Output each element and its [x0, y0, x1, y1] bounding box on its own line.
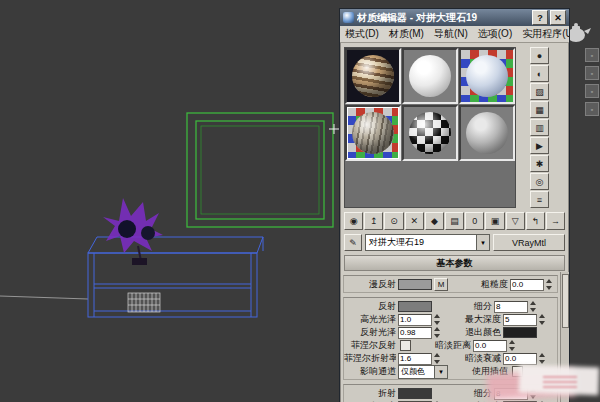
- subdivs-label: 细分: [436, 387, 492, 400]
- options-icon[interactable]: ✱: [530, 155, 549, 172]
- help-button[interactable]: ?: [532, 10, 548, 25]
- sample-slot-checker-sphere[interactable]: [402, 105, 458, 161]
- close-button[interactable]: ✕: [550, 10, 566, 25]
- select-by-material-icon[interactable]: ◎: [530, 173, 549, 190]
- menu-navigation[interactable]: 导航(N): [429, 27, 473, 41]
- spinner-up-icon: [530, 301, 536, 305]
- spinner-down-icon: [546, 286, 552, 290]
- material-editor-icon: [343, 12, 354, 23]
- go-forward-icon[interactable]: →: [546, 212, 565, 230]
- material-sphere: [352, 112, 394, 154]
- right-strip-icon[interactable]: ▫: [585, 102, 599, 116]
- fresnel-ior-field[interactable]: 1.6: [398, 353, 432, 365]
- spinner[interactable]: [433, 314, 441, 325]
- reflection-glossiness-field[interactable]: 0.98: [398, 327, 432, 339]
- sample-slot-area: ● ◐ ▨ ▦ ▥ ▶ ✱ ◎ ≡: [340, 43, 569, 210]
- param-row: 反射 细分 8: [344, 300, 557, 313]
- pick-material-icon[interactable]: ✎: [344, 234, 362, 251]
- menu-options[interactable]: 选项(O): [473, 27, 517, 41]
- param-row: 高光光泽 1.0 最大深度 5: [344, 313, 557, 326]
- reflection-glossiness-label: 反射光泽: [344, 326, 396, 339]
- material-toolbar: ◉ ↥ ⊙ ✕ ◆ ▤ 0 ▣ ▽ ↰ →: [340, 210, 569, 232]
- material-sphere: [466, 112, 508, 154]
- exit-color-label: 退出颜色: [445, 326, 501, 339]
- plant-object[interactable]: [103, 198, 163, 265]
- backlight-icon[interactable]: ◐: [530, 65, 549, 82]
- right-strip-icon[interactable]: ▫: [585, 66, 599, 80]
- spinner[interactable]: [508, 340, 516, 351]
- material-editor-window: 材质编辑器 - 对拼大理石19 ? ✕ 模式(D) 材质(M) 导航(N) 选项…: [339, 8, 570, 402]
- video-color-check-icon[interactable]: ▥: [530, 119, 549, 136]
- sample-type-icon[interactable]: ●: [530, 47, 549, 64]
- spinner-down-icon: [539, 321, 545, 325]
- cabinet-wireframe[interactable]: [88, 237, 263, 317]
- show-end-result-icon[interactable]: ▽: [506, 212, 525, 230]
- param-row: 反射光泽 0.98 退出颜色: [344, 326, 557, 339]
- show-in-viewport-icon[interactable]: ▣: [485, 212, 504, 230]
- spinner[interactable]: [538, 353, 546, 364]
- basket-wireframe[interactable]: [128, 293, 160, 312]
- sample-slot-stone-sphere-active[interactable]: [345, 105, 401, 161]
- roughness-label: 粗糙度: [452, 278, 508, 291]
- fresnel-reflection-label: 菲涅尔反射: [344, 339, 396, 352]
- spinner[interactable]: [529, 301, 537, 312]
- make-preview-icon[interactable]: ▶: [530, 137, 549, 154]
- material-sphere: [466, 55, 508, 97]
- diffuse-map-button[interactable]: M: [434, 278, 448, 291]
- reflection-label: 反射: [344, 300, 396, 313]
- right-strip-toolbar: ▫ ▫ ▫ ▫: [585, 48, 599, 116]
- sample-slot-vertical-toolbar: ● ◐ ▨ ▦ ▥ ▶ ✱ ◎ ≡: [530, 47, 549, 208]
- picture-frame-wireframe[interactable]: [187, 113, 333, 227]
- spinner-down-icon: [434, 334, 440, 338]
- background-icon[interactable]: ▨: [530, 83, 549, 100]
- highlight-glossiness-label: 高光光泽: [344, 313, 396, 326]
- sample-slot-white-sphere[interactable]: [402, 48, 458, 104]
- spinner[interactable]: [433, 327, 441, 338]
- sample-slot-blue-sphere[interactable]: [459, 48, 515, 104]
- make-unique-icon[interactable]: ◆: [425, 212, 444, 230]
- reflection-color-swatch[interactable]: [398, 301, 432, 312]
- material-name-dropdown[interactable]: 对拼大理石19 ▾: [365, 234, 490, 251]
- fresnel-reflection-checkbox[interactable]: [400, 340, 411, 351]
- reflection-exit-color-swatch[interactable]: [503, 327, 537, 338]
- reflection-subdivs-field[interactable]: 8: [494, 301, 528, 313]
- sample-tiling-icon[interactable]: ▦: [530, 101, 549, 118]
- right-strip-icon[interactable]: ▫: [585, 84, 599, 98]
- highlight-glossiness-field[interactable]: 1.0: [398, 314, 432, 326]
- subdivs-label: 细分: [436, 300, 492, 313]
- spinner[interactable]: [433, 353, 441, 364]
- go-to-parent-icon[interactable]: ↰: [526, 212, 545, 230]
- material-type-button[interactable]: VRayMtl: [493, 234, 565, 251]
- roughness-spinner[interactable]: [545, 279, 553, 290]
- refraction-color-swatch[interactable]: [398, 388, 432, 399]
- material-sphere: [409, 55, 451, 97]
- reset-map-icon[interactable]: ✕: [405, 212, 424, 230]
- dim-falloff-field[interactable]: 0.0: [503, 353, 537, 365]
- material-sphere: [409, 112, 451, 154]
- basic-parameters-rollout[interactable]: 基本参数: [344, 255, 565, 271]
- scrollbar-thumb[interactable]: [562, 274, 569, 328]
- menu-material[interactable]: 材质(M): [384, 27, 429, 41]
- material-sphere: [352, 55, 394, 97]
- affect-channels-label: 影响通道: [344, 365, 396, 378]
- assign-to-selection-icon[interactable]: ⊙: [384, 212, 403, 230]
- menu-utilities[interactable]: 实用程序(U): [517, 27, 570, 41]
- sample-slot-marble-sphere[interactable]: [345, 48, 401, 104]
- spinner[interactable]: [538, 314, 546, 325]
- roughness-field[interactable]: 0.0: [510, 279, 544, 291]
- put-to-scene-icon[interactable]: ↥: [364, 212, 383, 230]
- spinner-up-icon: [509, 340, 515, 344]
- reflection-affect-channels-dropdown[interactable]: 仅颜色 ▾: [398, 365, 448, 379]
- diffuse-group: 漫反射 M 粗糙度 0.0: [343, 275, 558, 293]
- diffuse-color-swatch[interactable]: [398, 279, 432, 290]
- reflection-max-depth-field[interactable]: 5: [503, 314, 537, 326]
- sample-slot-gray-sphere[interactable]: [459, 105, 515, 161]
- material-id-icon[interactable]: 0: [465, 212, 484, 230]
- menu-mode[interactable]: 模式(D): [340, 27, 384, 41]
- material-navigator-icon[interactable]: ≡: [530, 191, 549, 208]
- put-to-library-icon[interactable]: ▤: [445, 212, 464, 230]
- title-bar[interactable]: 材质编辑器 - 对拼大理石19 ? ✕: [340, 9, 569, 26]
- dim-distance-field[interactable]: 0.0: [473, 340, 507, 352]
- get-material-icon[interactable]: ◉: [344, 212, 363, 230]
- right-strip-icon[interactable]: ▫: [585, 48, 599, 62]
